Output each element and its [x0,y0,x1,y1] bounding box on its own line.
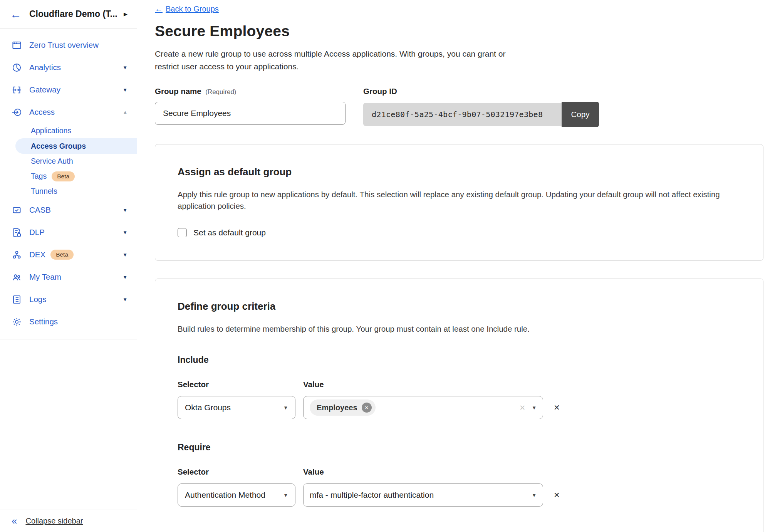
selected-option: Authentication Method [185,490,265,500]
sidebar-item-label: Access Groups [31,142,86,151]
selector-label: Selector [178,380,303,389]
sidebar-item-tunnels[interactable]: Tunnels [0,184,137,199]
sidebar-item-label: DEX [29,250,45,259]
include-rule-row: Okta Groups ▼ Employees ✕ ✕ ▼ ✕ [178,396,741,419]
chevron-down-icon[interactable]: ▼ [122,274,127,280]
beta-badge: Beta [52,171,75,181]
casb-icon [12,205,22,215]
sidebar-item-settings[interactable]: Settings [0,310,137,333]
remove-include-row-button[interactable]: ✕ [554,403,560,412]
chevron-down-icon[interactable]: ▼ [122,297,127,302]
window-icon [12,40,22,50]
page-description: Create a new rule group to use across mu… [155,47,527,73]
chip-label: Employees [317,403,357,412]
value-label: Value [303,380,324,389]
chevron-down-icon[interactable]: ▼ [122,230,127,235]
gear-icon [12,317,22,327]
require-labels: Selector Value [178,467,741,477]
sidebar-item-applications[interactable]: Applications [0,123,137,138]
copy-button[interactable]: Copy [562,102,599,127]
back-arrow-icon[interactable]: ← [10,8,22,20]
sidebar-item-zero-trust-overview[interactable]: Zero Trust overview [0,34,137,56]
chevron-down-icon[interactable]: ▼ [122,252,127,258]
group-name-label: Group name [155,87,201,96]
sidebar-item-logs[interactable]: Logs ▼ [0,288,137,310]
group-meta-row: Group name (Required) Group ID d21ce80f-… [155,87,770,127]
sidebar-item-service-auth[interactable]: Service Auth [0,154,137,169]
beta-badge: Beta [50,250,74,260]
sidebar-item-label: Applications [31,126,71,135]
sidebar-item-tags[interactable]: Tags Beta [0,169,137,184]
collapse-icon: « [12,515,17,527]
sidebar: ← Cloudflare Demo (T... ▶ Zero Trust ove… [0,0,137,532]
sidebar-item-access-groups[interactable]: Access Groups [15,138,137,154]
card-body: Build rules to determine membership of t… [178,323,721,335]
chevron-down-icon: ▼ [283,405,288,411]
sidebar-item-label: Access [29,107,55,117]
require-value-dropdown[interactable]: mfa - multiple-factor authentication ▼ [303,483,543,507]
group-id-value: d21ce80f-5a25-4bcf-9b07-5032197e3be8 [363,103,562,126]
require-selector-dropdown[interactable]: Authentication Method ▼ [178,483,295,507]
group-name-field: Group name (Required) [155,87,346,127]
include-labels: Selector Value [178,380,741,389]
back-to-groups-link[interactable]: ← Back to Groups [155,5,219,13]
sidebar-item-label: DLP [29,228,45,237]
app-window: ← Cloudflare Demo (T... ▶ Zero Trust ove… [0,0,770,532]
chevron-down-icon: ▼ [532,405,537,411]
sidebar-item-analytics[interactable]: Analytics ▼ [0,56,137,79]
gateway-icon [12,85,22,95]
sidebar-item-label: Tunnels [31,187,57,196]
checkbox-icon[interactable] [178,228,187,237]
sidebar-item-my-team[interactable]: My Team ▼ [0,266,137,288]
sidebar-item-access[interactable]: Access ▲ [0,101,137,123]
sidebar-item-dex[interactable]: DEX Beta ▼ [0,243,137,266]
page-title: Secure Employees [155,23,770,40]
account-switcher[interactable]: ← Cloudflare Demo (T... ▶ [0,0,137,29]
group-id-label: Group ID [363,87,397,96]
back-arrow-icon: ← [155,5,163,13]
default-group-card: Assign as default group Apply this rule … [155,144,763,261]
back-link-label: Back to Groups [166,5,219,13]
chevron-down-icon[interactable]: ▼ [122,207,127,213]
chevron-up-icon[interactable]: ▲ [123,109,127,115]
remove-chip-button[interactable]: ✕ [362,403,372,413]
people-icon [12,272,22,282]
criteria-card: Define group criteria Build rules to det… [155,279,763,532]
selected-option: mfa - multiple-factor authentication [310,490,434,500]
sidebar-item-label: Gateway [29,85,60,94]
required-hint: (Required) [205,88,236,96]
clear-values-button[interactable]: ✕ [519,403,525,412]
card-title: Assign as default group [178,166,741,178]
sidebar-item-label: Service Auth [31,157,73,166]
sidebar-item-gateway[interactable]: Gateway ▼ [0,79,137,101]
include-value-field[interactable]: Employees ✕ ✕ ▼ [303,396,543,419]
sidebar-item-label: CASB [29,205,51,215]
chevron-down-icon[interactable]: ▼ [122,65,127,70]
chevron-down-icon: ▼ [532,492,537,498]
value-label: Value [303,467,324,477]
checkbox-label: Set as default group [193,228,266,237]
include-selector-dropdown[interactable]: Okta Groups ▼ [178,396,295,419]
collapse-sidebar-button[interactable]: « Collapse sidebar [0,510,137,532]
sidebar-item-label: Settings [29,317,58,326]
collapse-sidebar-label: Collapse sidebar [25,517,83,525]
chevron-down-icon: ▼ [283,492,288,498]
chevron-down-icon[interactable]: ▼ [122,87,127,93]
set-default-group-row[interactable]: Set as default group [178,228,741,237]
group-id-field: Group ID d21ce80f-5a25-4bcf-9b07-5032197… [363,87,599,127]
sidebar-nav: Zero Trust overview Analytics ▼ Gateway … [0,29,137,339]
sidebar-item-dlp[interactable]: DLP ▼ [0,221,137,243]
sidebar-spacer [0,339,137,510]
account-name: Cloudflare Demo (T... [29,9,117,19]
main-content: ← Back to Groups Secure Employees Create… [137,0,770,532]
sidebar-item-label: My Team [29,272,61,282]
remove-require-row-button[interactable]: ✕ [554,490,560,500]
group-name-input[interactable] [155,102,346,125]
value-chip: Employees ✕ [310,399,376,416]
require-heading: Require [178,442,741,453]
expand-caret-icon[interactable]: ▶ [124,11,127,17]
document-lock-icon [12,227,22,238]
sidebar-item-casb[interactable]: CASB ▼ [0,199,137,221]
sidebar-item-label: Analytics [29,63,61,72]
sidebar-item-label: Zero Trust overview [29,40,99,50]
